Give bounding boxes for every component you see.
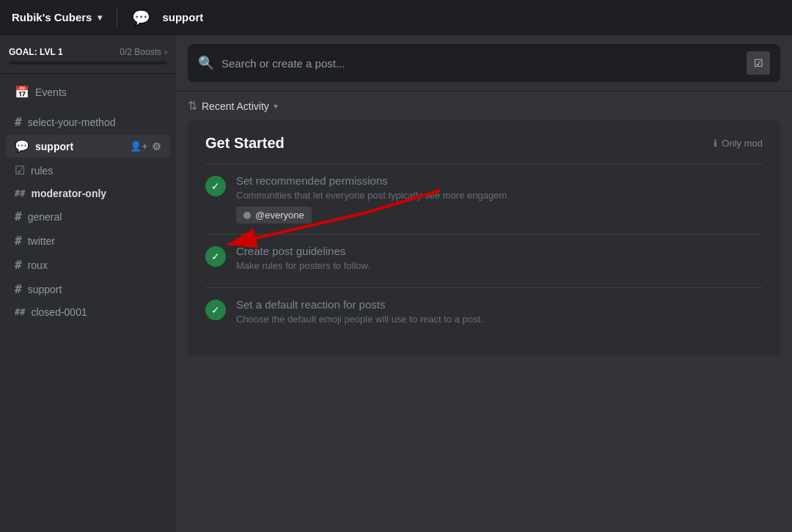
search-action-button[interactable]: ☑ [747, 51, 770, 75]
sidebar-item-support[interactable]: 💬 support 👤+ ⚙ [6, 135, 170, 158]
task-content-permissions: Set recommended permissions Communities … [236, 174, 763, 223]
sidebar-item-label: Events [35, 86, 161, 98]
sidebar-item-closed-0001[interactable]: ## closed-0001 [6, 302, 170, 322]
sort-icon: ⇅ [188, 99, 197, 113]
events-icon: 📅 [15, 85, 29, 99]
filter-bar: ⇅ Recent Activity ▾ [176, 92, 792, 120]
hash-icon: # [15, 282, 22, 296]
server-name-label: Rubik's Cubers [12, 11, 92, 23]
info-icon: ℹ [714, 138, 717, 149]
task-title-guidelines: Create post guidelines [236, 245, 763, 257]
search-bar[interactable]: 🔍 Search or create a post... ☑ [188, 44, 780, 82]
sidebar-item-label: roux [28, 259, 161, 271]
sidebar-item-label: rules [31, 165, 161, 177]
boost-bar-bg [9, 62, 167, 64]
sidebar-item-rules[interactable]: ☑ rules [6, 159, 170, 182]
sidebar-item-label: support [28, 284, 161, 295]
boosts-count[interactable]: 0/2 Boosts › [120, 47, 167, 57]
sidebar-item-actions: 👤+ ⚙ [130, 141, 161, 152]
invite-icon[interactable]: 👤+ [130, 141, 147, 152]
task-check-guidelines: ✓ [205, 246, 226, 267]
channel-header-name: support [162, 11, 203, 23]
task-item-reaction: ✓ Set a default reaction for posts Choos… [205, 287, 763, 341]
mod-hash-icon: ## [15, 188, 25, 199]
sidebar-item-label: moderator-only [31, 188, 161, 199]
sidebar-item-label: support [35, 141, 124, 152]
topbar-divider [117, 9, 117, 26]
checkbox-icon: ☑ [754, 57, 763, 69]
main-layout: GOAL: LVL 1 0/2 Boosts › 📅 Events # sele… [0, 35, 792, 532]
task-desc-permissions: Communities that let everyone post typic… [236, 190, 763, 201]
spacer [0, 104, 176, 110]
hash-icon: # [15, 115, 22, 129]
settings-icon[interactable]: ⚙ [152, 141, 161, 152]
get-started-card: Get Started ℹ Only mod ✓ Set recommended… [188, 120, 780, 355]
hash-icon: # [15, 234, 22, 248]
server-name[interactable]: Rubik's Cubers ▾ [12, 11, 102, 23]
tag-label: @everyone [255, 210, 304, 221]
sidebar-item-support2[interactable]: # support [6, 278, 170, 300]
sidebar-item-general[interactable]: # general [6, 205, 170, 228]
server-chevron-icon[interactable]: ▾ [98, 12, 102, 23]
channel-header-icon: 💬 [132, 9, 150, 26]
boosts-arrow-icon: › [164, 47, 167, 57]
task-item-permissions: ✓ Set recommended permissions Communitie… [205, 163, 763, 234]
search-icon: 🔍 [198, 55, 214, 71]
rules-icon: ☑ [15, 163, 25, 177]
task-content-guidelines: Create post guidelines Make rules for po… [236, 245, 763, 277]
get-started-header: Get Started ℹ Only mod [205, 135, 763, 152]
topbar: Rubik's Cubers ▾ 💬 support [0, 0, 792, 35]
task-title-reaction: Set a default reaction for posts [236, 298, 763, 311]
sidebar-item-label: twitter [28, 235, 161, 247]
task-title-permissions: Set recommended permissions [236, 174, 763, 187]
tag-dot-icon [243, 212, 251, 219]
task-check-reaction: ✓ [205, 300, 226, 320]
hash-icon: # [15, 210, 22, 223]
task-check-permissions: ✓ [205, 176, 226, 196]
only-mod-badge: ℹ Only mod [714, 138, 763, 149]
get-started-title: Get Started [205, 135, 285, 152]
hash-icon: # [15, 258, 22, 272]
sidebar: GOAL: LVL 1 0/2 Boosts › 📅 Events # sele… [0, 35, 176, 532]
support-icon: 💬 [15, 139, 29, 153]
boosts-label: 0/2 Boosts [120, 47, 161, 57]
sidebar-item-select-your-method[interactable]: # select-your-method [6, 111, 170, 133]
sidebar-item-roux[interactable]: # roux [6, 254, 170, 276]
closed-hash-icon: ## [15, 307, 25, 317]
sidebar-item-events[interactable]: 📅 Events [6, 81, 170, 103]
content-area: 🔍 Search or create a post... ☑ ⇅ Recent … [176, 35, 792, 532]
filter-chevron-icon[interactable]: ▾ [274, 101, 278, 111]
sidebar-item-label: select-your-method [28, 117, 161, 128]
sidebar-item-twitter[interactable]: # twitter [6, 229, 170, 252]
task-desc-guidelines: Make rules for posters to follow. [236, 260, 763, 271]
task-item-guidelines: ✓ Create post guidelines Make rules for … [205, 234, 763, 287]
sidebar-item-label: general [28, 211, 161, 223]
task-content-reaction: Set a default reaction for posts Choose … [236, 298, 763, 330]
task-desc-reaction: Choose the default emoji people will use… [236, 314, 763, 325]
only-mod-text: Only mod [722, 138, 763, 149]
search-placeholder: Search or create a post... [221, 57, 739, 70]
boost-section: GOAL: LVL 1 0/2 Boosts › [0, 41, 176, 74]
sidebar-item-label: closed-0001 [31, 306, 161, 318]
search-bar-container: 🔍 Search or create a post... ☑ [176, 35, 792, 92]
posts-area: Get Started ℹ Only mod ✓ Set recommended… [176, 120, 792, 532]
goal-label: GOAL: LVL 1 [9, 47, 63, 57]
sidebar-item-moderator-only[interactable]: ## moderator-only [6, 183, 170, 204]
filter-label: Recent Activity [202, 100, 269, 112]
everyone-tag[interactable]: @everyone [236, 207, 312, 223]
